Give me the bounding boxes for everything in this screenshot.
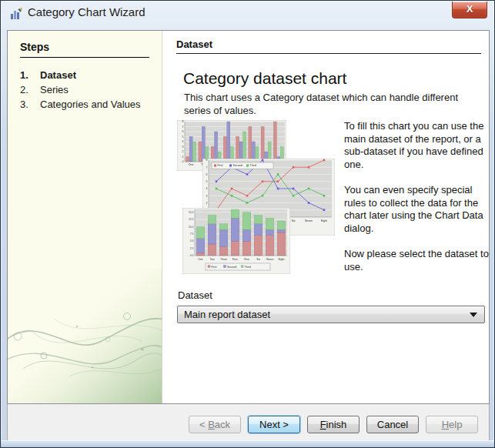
svg-text:Eight: Eight xyxy=(279,258,285,261)
svg-text:0.0: 0.0 xyxy=(190,254,194,257)
svg-text:7: 7 xyxy=(206,166,208,169)
svg-text:Three: Three xyxy=(220,258,227,261)
svg-text:Third: Third xyxy=(250,164,256,167)
svg-text:One: One xyxy=(198,258,203,261)
step-item-dataset: 1. Dataset xyxy=(8,68,162,82)
info-paragraph: Now please select the dataset to use. xyxy=(344,248,493,273)
close-button[interactable]: X xyxy=(452,2,487,18)
svg-text:Second: Second xyxy=(233,164,242,167)
svg-text:Second: Second xyxy=(227,266,236,269)
window-title: Category Chart Wizard xyxy=(28,5,145,18)
step-label: Categories and Values xyxy=(40,99,141,110)
info-text-column: To fill this chart you can use the main … xyxy=(344,120,493,286)
step-label: Dataset xyxy=(40,69,76,81)
svg-text:Seven: Seven xyxy=(305,219,313,222)
svg-text:7: 7 xyxy=(182,125,184,129)
wizard-dialog: Category Chart Wizard X Steps 1. Dataset… xyxy=(0,0,495,448)
chevron-down-icon xyxy=(470,313,477,317)
svg-text:Five: Five xyxy=(244,258,249,261)
svg-text:One: One xyxy=(189,163,194,166)
info-paragraph: To fill this chart you can use the main … xyxy=(344,120,493,171)
steps-list: 1. Dataset 2. Series 3. Categories and V… xyxy=(8,68,162,112)
svg-text:8: 8 xyxy=(182,120,184,123)
step-item-series: 2. Series xyxy=(8,82,162,97)
svg-text:Four: Four xyxy=(232,258,239,261)
svg-text:6: 6 xyxy=(182,130,184,133)
steps-sidebar: Steps 1. Dataset 2. Series 3. Categories… xyxy=(8,31,162,403)
svg-text:5: 5 xyxy=(182,135,184,139)
svg-text:4: 4 xyxy=(182,140,184,143)
title-bar[interactable]: Category Chart Wizard X xyxy=(1,1,494,30)
svg-text:Two: Two xyxy=(209,258,214,261)
content-panel: Steps 1. Dataset 2. Series 3. Categories… xyxy=(7,30,490,404)
help-button: Help xyxy=(426,416,478,433)
svg-text:12.5: 12.5 xyxy=(189,218,194,221)
svg-text:10.0: 10.0 xyxy=(189,226,194,229)
svg-text:3: 3 xyxy=(206,195,208,198)
svg-text:2: 2 xyxy=(182,150,184,153)
step-number: 1. xyxy=(20,69,40,81)
section-heading: Dataset xyxy=(176,38,481,54)
preview-stacked-bar-chart: 0.02.55.07.510.012.515.0OneTwoThreeFourF… xyxy=(182,208,290,274)
finish-button[interactable]: Finish xyxy=(307,416,360,433)
svg-text:5.0: 5.0 xyxy=(190,239,194,242)
svg-text:6: 6 xyxy=(206,173,208,176)
chart-preview-image: 012345678OneTwoThreeFourFiveSixSevenEigh… xyxy=(176,119,338,274)
svg-text:4: 4 xyxy=(206,187,208,190)
svg-text:Eight: Eight xyxy=(321,219,327,222)
svg-text:3: 3 xyxy=(182,145,184,149)
info-paragraph: You can even specify special rules to co… xyxy=(344,184,493,235)
svg-text:Six: Six xyxy=(292,219,296,222)
button-bar: < Back Next > Finish Cancel Help xyxy=(7,404,490,442)
svg-text:5: 5 xyxy=(206,180,208,183)
steps-heading: Steps xyxy=(20,41,149,58)
dataset-combobox-value: Main report dataset xyxy=(184,309,270,320)
step-number: 3. xyxy=(20,99,40,110)
next-button[interactable]: Next > xyxy=(248,416,300,433)
page-subtitle: This chart uses a Category dataset which… xyxy=(184,91,480,117)
svg-text:2: 2 xyxy=(206,202,208,205)
page-title: Category dataset chart xyxy=(183,69,346,88)
svg-text:First: First xyxy=(218,164,223,167)
back-button: < Back xyxy=(189,416,241,433)
svg-text:7.5: 7.5 xyxy=(190,232,194,236)
step-number: 2. xyxy=(20,84,40,95)
svg-text:First: First xyxy=(212,266,217,269)
svg-text:15.0: 15.0 xyxy=(189,211,194,214)
window-frame-bottom xyxy=(1,440,494,447)
dataset-combobox[interactable]: Main report dataset xyxy=(177,306,485,323)
svg-text:0: 0 xyxy=(182,160,184,163)
svg-text:Third: Third xyxy=(245,266,251,269)
svg-text:Seven: Seven xyxy=(266,258,274,261)
decorative-swirl-graphic xyxy=(8,269,162,403)
wizard-icon xyxy=(10,7,23,20)
svg-text:2.5: 2.5 xyxy=(190,247,194,250)
step-label: Series xyxy=(40,84,69,95)
main-area: Dataset Category dataset chart This char… xyxy=(162,31,489,403)
svg-text:8: 8 xyxy=(206,159,208,162)
svg-text:Six: Six xyxy=(256,258,260,261)
svg-text:1: 1 xyxy=(182,155,184,159)
step-item-categories-values: 3. Categories and Values xyxy=(8,97,162,112)
dataset-field-label: Dataset xyxy=(178,289,212,301)
cancel-button[interactable]: Cancel xyxy=(366,416,419,433)
